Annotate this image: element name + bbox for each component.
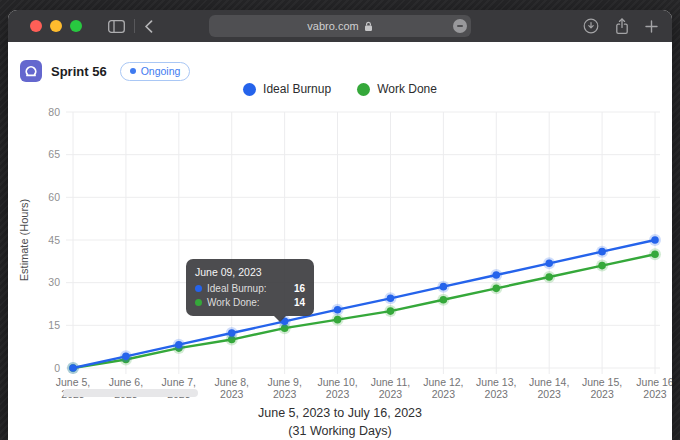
data-point[interactable] [175, 341, 183, 349]
burnup-chart-area: 8065604530150June 5,2023June 6,2023June … [8, 102, 672, 414]
data-point[interactable] [440, 296, 448, 304]
y-tick-label: 15 [48, 319, 60, 331]
browser-titlebar: vabro.com [8, 10, 672, 42]
data-point[interactable] [122, 353, 130, 361]
tooltip-series-dot [195, 299, 202, 306]
tooltip-series-label: Ideal Burnup: [207, 283, 267, 294]
x-tick-label: June 13,2023 [476, 376, 516, 400]
address-bar[interactable]: vabro.com [209, 15, 471, 37]
new-tab-icon[interactable] [645, 20, 658, 33]
data-point[interactable] [228, 329, 236, 337]
y-tick-label: 30 [48, 276, 60, 288]
toolbar-divider [134, 19, 135, 33]
page-content: Sprint 56 Ongoing Ideal Burnup Work Done… [8, 42, 672, 440]
legend-item-work-done[interactable]: Work Done [357, 82, 437, 96]
minimize-window-button[interactable] [50, 20, 62, 32]
data-point[interactable] [651, 250, 659, 258]
chart-tooltip: June 09, 2023 Ideal Burnup:16Work Done:1… [186, 259, 314, 316]
downloads-icon[interactable] [583, 18, 599, 34]
legend-item-ideal-burnup[interactable]: Ideal Burnup [243, 82, 331, 96]
data-point[interactable] [387, 295, 395, 303]
page-title: Sprint 56 [51, 64, 107, 79]
data-point[interactable] [492, 285, 500, 293]
browser-window: vabro.com Sprint 56 Ongoing [8, 10, 672, 440]
y-tick-label: 60 [48, 191, 60, 203]
x-tick-label: June 15,2023 [582, 376, 622, 400]
tooltip-row: Work Done:14 [195, 297, 305, 308]
sidebar-toggle-icon[interactable] [108, 20, 125, 33]
url-text: vabro.com [307, 20, 358, 32]
x-tick-label: June 11,2023 [371, 376, 411, 400]
chart-legend: Ideal Burnup Work Done [8, 82, 672, 96]
share-icon[interactable] [615, 18, 629, 35]
data-point[interactable] [334, 306, 342, 314]
chart-caption: June 5, 2023 to July 16, 2023 (31 Workin… [8, 406, 672, 438]
tooltip-series-value: 16 [294, 283, 305, 294]
y-tick-label: 0 [54, 362, 60, 374]
sprint-header: Sprint 56 Ongoing [20, 60, 190, 82]
data-point[interactable] [69, 364, 77, 372]
data-point[interactable] [598, 262, 606, 270]
data-point[interactable] [387, 307, 395, 315]
data-point[interactable] [598, 248, 606, 256]
data-point[interactable] [440, 283, 448, 291]
x-tick-label: June 12,2023 [423, 376, 463, 400]
y-tick-label: 45 [48, 234, 60, 246]
lock-icon [364, 21, 373, 32]
tooltip-series-value: 14 [294, 297, 305, 308]
status-badge-label: Ongoing [141, 65, 181, 77]
data-point[interactable] [492, 271, 500, 279]
horizontal-scrollbar-thumb[interactable] [63, 389, 198, 397]
legend-label-work: Work Done [377, 82, 437, 96]
close-window-button[interactable] [30, 20, 42, 32]
traffic-lights [30, 20, 82, 32]
status-dot [130, 68, 136, 74]
working-days-text: (31 Working Days) [8, 424, 672, 438]
tooltip-date: June 09, 2023 [195, 266, 305, 278]
data-point[interactable] [545, 260, 553, 268]
reload-icon[interactable] [453, 19, 467, 33]
zoom-window-button[interactable] [70, 20, 82, 32]
date-range-text: June 5, 2023 to July 16, 2023 [8, 406, 672, 420]
legend-dot-ideal [243, 83, 256, 96]
tooltip-series-dot [195, 285, 202, 292]
tooltip-series-label: Work Done: [207, 297, 260, 308]
x-tick-label: June 10,2023 [317, 376, 357, 400]
x-tick-label: June 14,2023 [529, 376, 569, 400]
y-tick-label: 80 [48, 106, 60, 118]
data-point[interactable] [651, 236, 659, 244]
series-line [73, 240, 655, 368]
tooltip-row: Ideal Burnup:16 [195, 283, 305, 294]
burnup-chart: 8065604530150June 5,2023June 6,2023June … [8, 102, 672, 414]
sprint-icon [20, 60, 42, 82]
status-badge: Ongoing [120, 62, 191, 81]
y-axis-title: Estimate (Hours) [18, 199, 30, 282]
back-chevron-icon[interactable] [144, 20, 153, 33]
legend-dot-work [357, 83, 370, 96]
data-point[interactable] [334, 316, 342, 324]
series-line [73, 254, 655, 368]
legend-label-ideal: Ideal Burnup [263, 82, 331, 96]
x-tick-label: June 8,2023 [215, 376, 249, 400]
y-tick-label: 65 [48, 148, 60, 160]
x-tick-label: June 9,2023 [267, 376, 301, 400]
data-point[interactable] [545, 273, 553, 281]
x-tick-label: June 162023 [636, 376, 672, 400]
